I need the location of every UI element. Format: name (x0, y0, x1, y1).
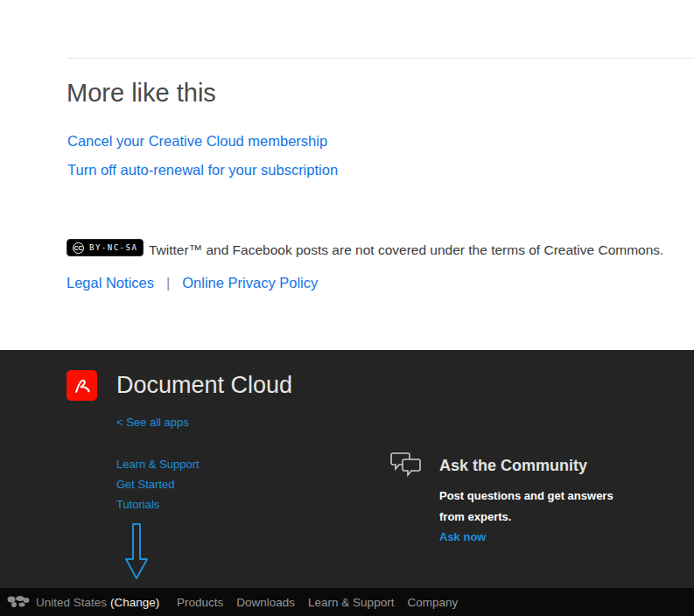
bottom-nav-downloads[interactable]: Downloads (236, 596, 295, 609)
acrobat-logo-glyph (73, 376, 92, 396)
creative-commons-notice: Twitter™ and Facebook posts are not cove… (149, 242, 663, 258)
creative-commons-badge: CC BY-NC-SA (67, 239, 144, 256)
legal-notices-link[interactable]: Legal Notices (67, 275, 154, 291)
footer-tutorials-link[interactable]: Tutorials (116, 498, 159, 511)
more-like-this-heading: More like this (67, 79, 216, 108)
ask-now-link[interactable]: Ask now (439, 530, 486, 543)
cc-icon: CC (73, 242, 84, 254)
legal-links-row: Legal Notices | Online Privacy Policy (67, 275, 318, 291)
turn-off-autorenewal-link[interactable]: Turn off auto-renewal for your subscript… (67, 162, 338, 178)
cc-license-label: BY-NC-SA (89, 243, 137, 252)
bottom-nav-learn-support[interactable]: Learn & Support (308, 596, 394, 609)
global-footer-bar: United States(Change) Products Downloads… (0, 588, 694, 616)
bottom-nav-products[interactable]: Products (177, 596, 223, 609)
down-arrow-annotation (125, 522, 148, 580)
region-label: United States(Change) (36, 596, 159, 609)
section-divider (67, 58, 694, 59)
ask-community-description: Post questions and get answers from expe… (439, 486, 623, 528)
see-all-apps-link[interactable]: < See all apps (116, 416, 189, 429)
community-chat-icon (390, 452, 422, 478)
footer-learn-support-link[interactable]: Learn & Support (116, 458, 200, 471)
footer-get-started-link[interactable]: Get Started (116, 478, 174, 491)
region-name: United States (36, 596, 107, 609)
bottom-nav-company[interactable]: Company (407, 596, 458, 609)
online-privacy-policy-link[interactable]: Online Privacy Policy (182, 275, 318, 291)
site-footer: Document Cloud < See all apps Learn & Su… (0, 350, 694, 588)
change-region-link[interactable]: (Change) (110, 596, 159, 609)
cancel-membership-link[interactable]: Cancel your Creative Cloud membership (67, 133, 327, 150)
ask-community-heading: Ask the Community (439, 457, 587, 475)
globe-icon (7, 595, 30, 609)
legal-separator: | (166, 275, 170, 291)
acrobat-logo (67, 370, 97, 401)
bottom-nav: Products Downloads Learn & Support Compa… (177, 596, 458, 609)
product-title: Document Cloud (116, 372, 292, 399)
